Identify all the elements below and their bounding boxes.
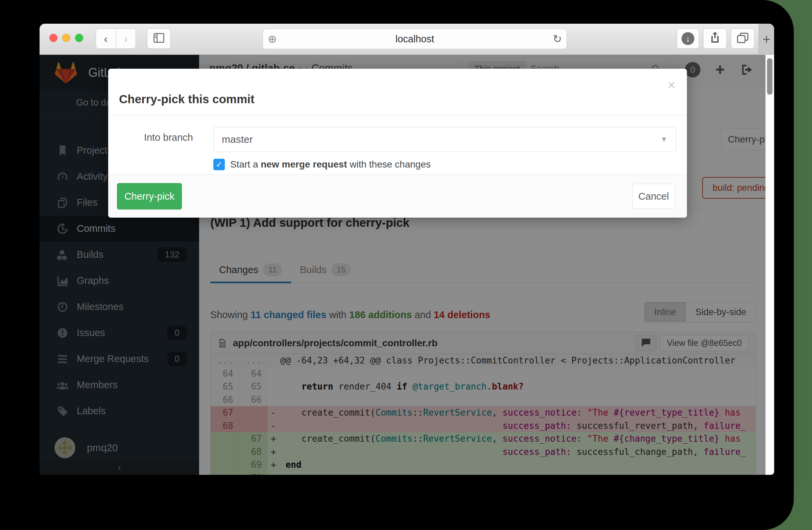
- modal-footer: Cherry-pick Cancel: [108, 174, 687, 218]
- new-merge-request-checkbox[interactable]: ✓: [213, 159, 225, 170]
- zoom-window-button[interactable]: [75, 34, 83, 42]
- new-merge-request-row: ✓ Start a new merge request with these c…: [213, 159, 431, 170]
- screenshot-canvas: ‹ › ⊕ localhost ↻ ↓: [0, 0, 812, 530]
- modal-title: Cherry-pick this commit: [119, 93, 255, 106]
- download-icon: ↓: [682, 32, 694, 45]
- checkbox-label-post: with these changes: [347, 159, 431, 170]
- branch-select-value: master: [222, 134, 253, 145]
- minimize-window-button[interactable]: [62, 34, 70, 42]
- tabs-icon: [737, 32, 749, 45]
- branch-select[interactable]: master ▼: [213, 127, 676, 152]
- sidebar-icon: [153, 33, 165, 44]
- safari-window: ‹ › ⊕ localhost ↻ ↓: [40, 24, 774, 475]
- back-button[interactable]: ‹: [96, 28, 116, 49]
- chevron-down-icon: ▼: [660, 135, 668, 144]
- into-branch-label: Into branch: [108, 132, 193, 143]
- checkbox-label-bold: new merge request: [261, 159, 347, 170]
- sidebar-toggle-button[interactable]: [147, 28, 171, 49]
- checkbox-label-pre: Start a: [230, 159, 261, 170]
- checkbox-label: Start a new merge request with these cha…: [230, 159, 431, 170]
- divider: [108, 115, 687, 115]
- share-button[interactable]: [703, 28, 727, 49]
- scrollbar-thumb[interactable]: [767, 58, 772, 95]
- cancel-button[interactable]: Cancel: [632, 184, 675, 209]
- downloads-button[interactable]: ↓: [677, 28, 699, 49]
- new-tab-button[interactable]: +: [758, 24, 774, 55]
- cherry-pick-submit-button[interactable]: Cherry-pick: [117, 183, 182, 209]
- share-icon: [710, 32, 720, 45]
- browser-scrollbar: [765, 55, 774, 475]
- url-text: localhost: [263, 33, 567, 45]
- forward-button[interactable]: ›: [116, 28, 136, 49]
- reload-icon[interactable]: ↻: [553, 32, 562, 45]
- tab-overview-button[interactable]: [731, 28, 755, 49]
- close-window-button[interactable]: [49, 34, 57, 42]
- url-reader-icon: ⊕: [268, 32, 277, 45]
- close-icon[interactable]: ×: [668, 78, 676, 92]
- url-bar[interactable]: ⊕ localhost ↻: [263, 29, 567, 49]
- browser-chrome: ‹ › ⊕ localhost ↻ ↓: [40, 24, 774, 55]
- cherry-pick-modal: × Cherry-pick this commit Into branch ma…: [108, 69, 687, 218]
